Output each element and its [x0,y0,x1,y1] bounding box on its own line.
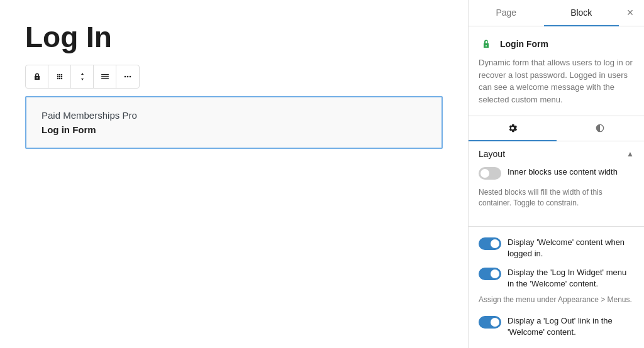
inner-blocks-label: Inner blocks use content width [508,166,618,178]
log-in-widget-label: Display the 'Log In Widget' menu in the … [508,267,634,290]
editor-area: Log In [0,0,468,348]
inner-blocks-slider [479,167,501,180]
arrows-icon [77,72,87,82]
svg-point-7 [58,78,60,79]
log-out-toggle[interactable] [479,316,501,329]
page-title: Log In [25,20,443,55]
settings-icon [507,122,518,134]
close-button[interactable]: × [619,2,641,24]
svg-point-4 [58,76,60,77]
svg-point-5 [60,76,62,77]
svg-rect-11 [101,79,109,80]
log-out-slider [479,316,501,329]
svg-point-8 [60,78,62,79]
arrows-button[interactable] [71,65,94,88]
welcome-label: Display 'Welcome' content when logged in… [508,237,634,259]
welcome-toggle[interactable] [479,237,501,250]
svg-point-14 [130,76,131,78]
log-out-toggle-row: Display a 'Log Out' link in the 'Welcome… [479,315,634,338]
layout-title: Layout [479,149,505,159]
inner-blocks-sub-text: Nested blocks will fill the width of thi… [479,185,634,216]
more-button[interactable] [116,65,139,88]
lock-icon [32,72,42,82]
chevron-up-icon: ▲ [626,150,634,158]
sub-tabs [469,116,644,141]
svg-rect-10 [101,76,109,77]
block-type-icon [479,36,494,52]
sub-tab-settings[interactable] [469,116,557,141]
layout-section: Layout ▲ Inner blocks use content width … [469,141,644,227]
log-out-label: Display a 'Log Out' link in the 'Welcome… [508,315,634,338]
block-toolbar [25,65,140,89]
lock-button[interactable] [26,65,48,88]
tab-block[interactable]: Block [544,0,619,26]
sub-tab-style[interactable] [557,116,645,141]
block-info-desc: Dynamic form that allows users to log in… [479,57,634,106]
svg-point-1 [58,74,60,75]
tab-page[interactable]: Page [469,0,544,26]
toggles-section: Display 'Welcome' content when logged in… [469,227,644,348]
welcome-toggle-row: Display 'Welcome' content when logged in… [479,237,634,259]
svg-point-3 [57,76,58,77]
svg-point-2 [60,74,62,75]
sidebar: Page Block × Login Form Dynamic form tha… [468,0,644,348]
block-provider: Paid Memberships Pro [42,110,426,121]
svg-rect-9 [101,74,109,75]
welcome-slider [479,237,501,250]
log-in-widget-sub-text: Assign the menu under Appearance > Menus… [479,292,634,313]
svg-point-0 [57,74,58,75]
svg-point-12 [125,76,126,78]
log-in-widget-slider [479,268,501,280]
block-container: Paid Memberships Pro Log in Form [25,96,443,149]
svg-point-13 [127,76,129,78]
log-in-widget-toggle[interactable] [479,268,501,280]
grid-icon [55,72,65,82]
block-name-label: Log in Form [42,124,426,135]
inner-blocks-toggle[interactable] [479,167,501,180]
align-icon [100,72,110,82]
svg-point-6 [57,78,58,79]
inner-blocks-toggle-row: Inner blocks use content width [479,166,634,180]
block-info-header: Login Form [479,36,634,52]
block-info: Login Form Dynamic form that allows user… [469,26,644,116]
grid-button[interactable] [48,65,71,88]
layout-section-content: Inner blocks use content width Nested bl… [469,166,644,226]
log-in-widget-toggle-row: Display the 'Log In Widget' menu in the … [479,267,634,290]
block-info-title: Login Form [500,39,548,49]
sidebar-tabs: Page Block × [469,0,644,26]
style-icon [594,122,606,134]
align-button[interactable] [94,65,116,88]
more-icon [123,72,133,82]
layout-section-header[interactable]: Layout ▲ [469,141,644,166]
